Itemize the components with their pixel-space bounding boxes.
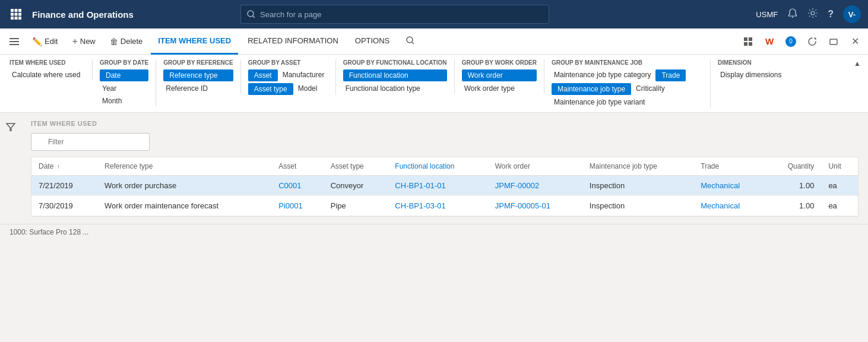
expand-icon[interactable]	[825, 33, 842, 50]
footer: 1000: Surface Pro 128 ...	[0, 224, 868, 240]
help-icon[interactable]: ?	[828, 9, 834, 20]
cell-wo-2: JPMF-00005-01	[488, 196, 582, 216]
cell-asset-2: Pi0001	[271, 196, 324, 216]
manufacturer-btn[interactable]: Manufacturer	[280, 69, 327, 81]
waffle-menu[interactable]	[7, 5, 25, 23]
new-button[interactable]: + New	[66, 33, 101, 50]
col-asset: Asset	[271, 157, 324, 176]
top-bar-right: USMF ? V-	[756, 5, 861, 23]
svg-line-10	[253, 16, 255, 18]
close-icon[interactable]: ✕	[847, 33, 863, 50]
cell-asset-1: C0001	[271, 176, 324, 196]
svg-rect-21	[749, 42, 752, 46]
dimension-items: Display dimensions	[718, 69, 784, 80]
criticality-btn[interactable]: Criticality	[633, 83, 667, 95]
filter-bar	[31, 133, 859, 151]
svg-rect-19	[749, 37, 752, 41]
cell-ref-type-1: Work order purchase	[97, 176, 271, 196]
cell-wo-1: JPMF-00002	[488, 176, 582, 196]
app-title: Finance and Operations	[32, 10, 134, 20]
cell-mj-2: Inspection	[582, 196, 693, 216]
col-functional-location: Functional location	[388, 157, 487, 176]
col-reference-type: Reference type	[97, 157, 271, 176]
mj-category-btn[interactable]: Maintenance job type category	[552, 69, 653, 81]
svg-point-16	[407, 37, 413, 43]
year-btn[interactable]: Year	[100, 83, 148, 94]
work-order-btn[interactable]: Work order	[462, 69, 537, 81]
col-maintenance-job-type: Maintenance job type	[582, 157, 693, 176]
calculate-where-used-btn[interactable]: Calculate where used	[9, 69, 85, 80]
edit-button[interactable]: ✏️ Edit	[26, 33, 64, 50]
month-btn[interactable]: Month	[100, 96, 148, 106]
group-item-where-used: ITEM WHERE USED Calculate where used	[9, 59, 93, 80]
reference-id-btn[interactable]: Reference ID	[163, 83, 233, 94]
svg-rect-20	[744, 42, 747, 46]
cell-asset-type-2: Pipe	[324, 196, 388, 216]
date-btn[interactable]: Date	[100, 69, 148, 81]
mj-type-btn[interactable]: Maintenance job type	[552, 83, 631, 95]
svg-point-9	[248, 11, 254, 17]
cell-trade-2: Mechanical	[693, 196, 766, 216]
model-btn[interactable]: Model	[296, 83, 320, 95]
col-trade: Trade	[693, 157, 766, 176]
tab-options[interactable]: OPTIONS	[348, 28, 397, 55]
col-unit: Unit	[821, 157, 858, 176]
settings-icon[interactable]	[807, 8, 818, 21]
cell-ref-type-2: Work order maintenance forecast	[97, 196, 271, 216]
col-date[interactable]: Date ↑	[31, 157, 97, 176]
tab-item-where-used[interactable]: ITEM WHERE USED	[151, 28, 238, 55]
tab-related-information[interactable]: RELATED INFORMATION	[240, 28, 346, 55]
trade-btn[interactable]: Trade	[655, 69, 686, 81]
badge-icon[interactable]: 0	[783, 33, 799, 50]
asset-type-btn[interactable]: Asset type	[248, 83, 293, 95]
tab-search[interactable]	[399, 28, 422, 55]
edit-icon: ✏️	[32, 37, 42, 46]
svg-rect-18	[744, 37, 747, 41]
office-icon[interactable]: W	[761, 33, 778, 50]
footer-text: 1000: Surface Pro 128 ...	[9, 228, 88, 236]
filter-input[interactable]	[31, 133, 150, 151]
group-by-reference-items: Reference type Reference ID	[163, 69, 233, 94]
search-box[interactable]: Search for a page	[240, 5, 549, 24]
cell-date-2: 7/30/2019	[31, 196, 97, 216]
asset-btn[interactable]: Asset	[248, 69, 278, 81]
search-icon	[247, 10, 255, 18]
cell-fl-1: CH-BP1-01-01	[388, 176, 487, 196]
user-avatar[interactable]: V-	[843, 5, 861, 23]
filter-sidebar	[0, 113, 21, 224]
group-by-functional-location: GROUP BY FUNCTIONAL LOCATION Functional …	[336, 59, 455, 94]
functional-location-btn[interactable]: Functional location	[343, 69, 447, 81]
mj-variant-btn[interactable]: Maintenance job type variant	[552, 97, 647, 107]
cell-date-1: 7/21/2019	[31, 176, 97, 196]
search-placeholder: Search for a page	[260, 10, 321, 19]
table-row[interactable]: 7/30/2019 Work order maintenance forecas…	[31, 196, 858, 216]
group-by-date-items: Date Year Month	[100, 69, 148, 106]
ribbon: ✏️ Edit + New 🗑 Delete ITEM WHERE USED R…	[0, 28, 868, 55]
cell-fl-2: CH-BP1-03-01	[388, 196, 487, 216]
refresh-icon[interactable]	[804, 33, 821, 50]
group-by-reference: GROUP BY REFERENCE Reference type Refere…	[156, 59, 240, 94]
svg-rect-15	[9, 44, 19, 45]
filter-input-wrap	[31, 133, 150, 151]
cell-asset-type-1: Conveyor	[324, 176, 388, 196]
notifications-icon[interactable]	[787, 8, 798, 21]
table-row[interactable]: 7/21/2019 Work order purchase C0001 Conv…	[31, 176, 858, 196]
data-table: Date ↑ Reference type Asset Asset type	[31, 157, 858, 216]
work-order-type-btn[interactable]: Work order type	[462, 83, 537, 94]
collapse-arrow[interactable]: ▲	[854, 59, 861, 68]
svg-rect-8	[18, 17, 21, 20]
cell-mj-1: Inspection	[582, 176, 693, 196]
group-by-maintenance-job: GROUP BY MAINTENANCE JOB Maintenance job…	[544, 59, 711, 107]
table-body: 7/21/2019 Work order purchase C0001 Conv…	[31, 176, 858, 216]
functional-location-type-btn[interactable]: Functional location type	[343, 83, 447, 94]
reference-type-btn[interactable]: Reference type	[163, 69, 233, 81]
grid-icon[interactable]	[740, 33, 756, 50]
group-by-work-order: GROUP BY WORK ORDER Work order Work orde…	[455, 59, 544, 94]
filter-icon[interactable]	[6, 122, 15, 134]
sort-arrow-date: ↑	[57, 163, 60, 170]
delete-button[interactable]: 🗑 Delete	[104, 33, 149, 50]
cell-qty-1: 1.00	[766, 176, 821, 196]
hamburger-menu[interactable]	[5, 32, 24, 51]
svg-line-17	[412, 42, 414, 44]
display-dimensions-btn[interactable]: Display dimensions	[718, 69, 784, 80]
